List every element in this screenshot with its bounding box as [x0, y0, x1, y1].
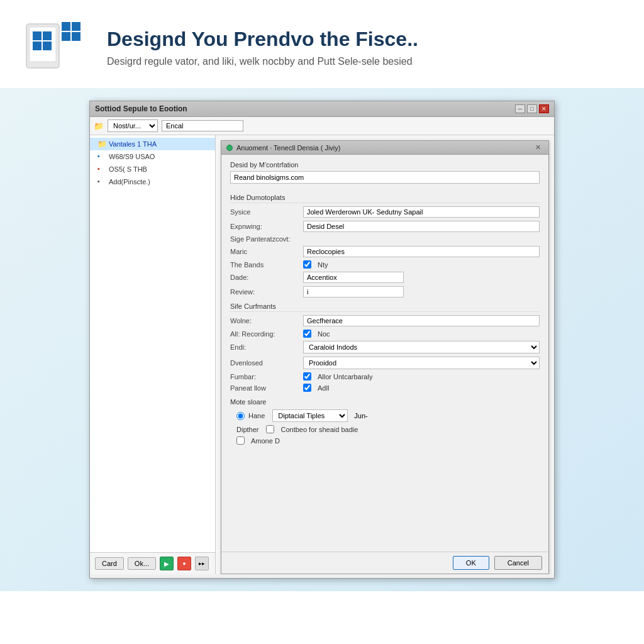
- tree-item-4-label: Add(Pinscte.): [109, 178, 150, 186]
- expnwing-row: Expnwing:: [230, 221, 540, 232]
- play-button[interactable]: ▶: [160, 557, 174, 570]
- radio-label: Hane: [248, 412, 265, 419]
- tree-item-4[interactable]: ▪ Add(Pinscte.): [90, 175, 215, 188]
- main-content-area: Sottiod Sepule to Eootion ─ □ ✕ 📁 Nost/u…: [0, 88, 644, 591]
- outer-dialog-titlebar: Sottiod Sepule to Eootion ─ □ ✕: [90, 101, 554, 117]
- more-radio[interactable]: [236, 412, 245, 420]
- left-panel-footer: Card Ok... ▶ ● ▸▸: [90, 552, 215, 574]
- paneat-checkbox[interactable]: [303, 384, 311, 392]
- minimize-button[interactable]: ─: [515, 104, 525, 113]
- maric-input[interactable]: [303, 246, 540, 257]
- svg-rect-5: [43, 42, 52, 50]
- header-subtitle: Desigrd regule vator, and liki, welk noc…: [107, 56, 619, 67]
- the-bands-checkbox[interactable]: [303, 260, 311, 269]
- close-button[interactable]: ✕: [539, 104, 549, 113]
- svg-rect-2: [33, 31, 42, 40]
- review-label: Review:: [230, 288, 299, 296]
- left-panel: 📁 Vantales 1 THA ▪ W68/S9 USAO ▪ OS5( S …: [90, 135, 216, 574]
- tree-item-3-label: OS5( S THB: [109, 165, 147, 173]
- file-icon-3: ▪: [97, 165, 106, 174]
- contbeo-text: Contbeo for sheaid badie: [280, 426, 358, 433]
- inner-ok-button[interactable]: OK: [453, 556, 489, 570]
- review-input[interactable]: [303, 286, 404, 297]
- svg-rect-8: [62, 32, 70, 41]
- sysice-input[interactable]: [303, 206, 540, 218]
- fumbar-checkbox[interactable]: [303, 372, 311, 380]
- more-options-row-2: Dipther Contbeo for sheaid badie: [230, 425, 540, 433]
- fumbar-row: Fumbar: Allor Untcarbaraly: [230, 372, 540, 380]
- svg-rect-7: [72, 22, 80, 31]
- folder-icon: 📁: [94, 121, 104, 131]
- all-recording-checkbox[interactable]: [303, 330, 311, 338]
- maric-row: Maric: [230, 246, 540, 257]
- wolne-input[interactable]: [303, 315, 540, 326]
- header-title: Designd You Prendvo the Fisce..: [107, 28, 619, 51]
- maric-label: Maric: [230, 248, 299, 255]
- desid-section-label: Desid by M'contrfation: [230, 161, 540, 169]
- site-section-label: Sife Curfmants: [230, 303, 540, 312]
- dvenlosed-select[interactable]: Prooidod: [303, 357, 540, 369]
- tree-item-1[interactable]: 📁 Vantales 1 THA: [90, 138, 215, 150]
- page-header: Designd You Prendvo the Fisce.. Desigrd …: [0, 0, 644, 88]
- folder-icon-1: 📁: [97, 140, 106, 148]
- file-icon-4: ▪: [97, 177, 106, 186]
- amone-checkbox[interactable]: [236, 436, 245, 445]
- record-button[interactable]: ●: [177, 557, 191, 570]
- dade-input[interactable]: [303, 272, 404, 283]
- ok-button[interactable]: Ok...: [128, 557, 156, 570]
- card-button[interactable]: Card: [95, 557, 124, 570]
- sysice-row: Sysice: [230, 206, 540, 218]
- inner-cancel-button[interactable]: Cancel: [494, 556, 542, 570]
- more-dropdown[interactable]: Diptacial Tiples: [272, 409, 348, 422]
- contbeo-checkbox[interactable]: [266, 425, 274, 433]
- hide-section-label: Hide Dumotoplats: [230, 194, 540, 203]
- review-row: Review:: [230, 286, 540, 297]
- tree-item-2[interactable]: ▪ W68/S9 USAO: [90, 150, 215, 163]
- tree-item-2-label: W68/S9 USAO: [109, 153, 155, 160]
- sige-row: Sige Panteratzcovt:: [230, 235, 540, 243]
- wolne-row: Wolne:: [230, 315, 540, 326]
- wolne-label: Wolne:: [230, 317, 299, 325]
- all-recording-row: All: Recording: Noc: [230, 330, 540, 338]
- inner-title-left: Anuoment · Tenecll Densia ( Jiviy): [226, 144, 340, 152]
- dipther-label: Dipther: [236, 426, 258, 433]
- file-icon-2: ▪: [97, 152, 106, 161]
- inner-dialog: Anuoment · Tenecll Densia ( Jiviy) ✕ Des…: [221, 140, 549, 574]
- expnwing-label: Expnwing:: [230, 223, 299, 230]
- outer-dialog: Sottiod Sepule to Eootion ─ □ ✕ 📁 Nost/u…: [89, 101, 555, 579]
- inner-dialog-body: Desid by M'contrfation Hide Dumotoplats …: [221, 155, 548, 546]
- more-extra-label: Jun-: [354, 412, 367, 419]
- maximize-button[interactable]: □: [527, 104, 537, 113]
- desid-input[interactable]: [230, 171, 540, 184]
- more-section-label: Mote sloare: [230, 398, 540, 406]
- svg-rect-3: [43, 31, 52, 40]
- left-panel-tree: 📁 Vantales 1 THA ▪ W68/S9 USAO ▪ OS5( S …: [90, 135, 215, 552]
- svg-rect-6: [62, 22, 70, 31]
- all-recording-text: Noc: [318, 330, 330, 338]
- right-panel: Anuoment · Tenecll Densia ( Jiviy) ✕ Des…: [216, 135, 554, 574]
- more-options-row-1: Hane Diptacial Tiples Jun-: [230, 409, 540, 422]
- inner-dialog-footer: OK Cancel: [221, 552, 548, 574]
- toolbar-input[interactable]: [162, 120, 243, 131]
- toolbar-select[interactable]: Nost/ur...: [108, 119, 158, 132]
- dade-label: Dade:: [230, 274, 299, 281]
- sige-label: Sige Panteratzcovt:: [230, 235, 299, 243]
- the-bands-label: The Bands: [230, 261, 299, 269]
- svg-rect-4: [33, 42, 42, 50]
- more-button[interactable]: ▸▸: [195, 557, 209, 570]
- the-bands-row: The Bands Nty: [230, 260, 540, 269]
- all-recording-label: All: Recording:: [230, 330, 299, 338]
- outer-dialog-body: 📁 Vantales 1 THA ▪ W68/S9 USAO ▪ OS5( S …: [90, 135, 554, 574]
- fumbar-label: Fumbar:: [230, 373, 299, 380]
- amone-text: Amone D: [251, 437, 280, 445]
- expnwing-input[interactable]: [303, 221, 540, 232]
- tree-item-3[interactable]: ▪ OS5( S THB: [90, 163, 215, 175]
- outer-toolbar: 📁 Nost/ur...: [90, 117, 554, 135]
- inner-close-button[interactable]: ✕: [533, 143, 543, 152]
- titlebar-buttons: ─ □ ✕: [515, 104, 549, 113]
- dade-row: Dade:: [230, 272, 540, 283]
- fumbar-text: Allor Untcarbaraly: [318, 373, 372, 380]
- dvenlosed-row: Dvenlosed Prooidod: [230, 357, 540, 369]
- endi-label: Endi:: [230, 343, 299, 351]
- endi-select[interactable]: Caraloid Indods: [303, 341, 540, 353]
